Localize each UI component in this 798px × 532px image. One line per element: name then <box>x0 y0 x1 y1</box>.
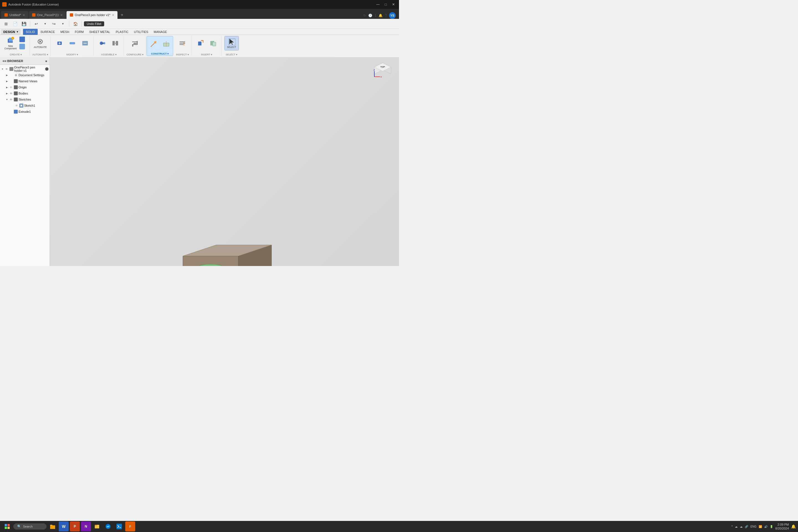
undo-button[interactable]: ↩ <box>33 20 40 28</box>
ribbon-tab-plastic[interactable]: PLASTIC <box>113 29 131 35</box>
tree-root-item[interactable]: ▼ 👁 OnePiece3 pen holder v1 <box>0 66 50 72</box>
select-label: SELECT <box>227 46 236 49</box>
inspect-items <box>176 36 188 53</box>
construct-icon1 <box>150 40 157 48</box>
modify-icon3 <box>81 39 89 47</box>
tree-item-sketch1[interactable]: 👁 Sketch1 <box>0 102 50 109</box>
modify-button2[interactable] <box>66 36 78 51</box>
ribbon-tab-surface[interactable]: SURFACE <box>38 29 58 35</box>
redo-button[interactable]: ↪ <box>50 20 58 28</box>
tab-close-active[interactable]: ✕ <box>112 14 114 17</box>
tree-item-origin[interactable]: ▶ 👁 Origin <box>0 84 50 90</box>
inspect-button1[interactable] <box>176 36 188 51</box>
ribbon-tab-solid[interactable]: SOLID <box>23 29 38 35</box>
new-file-button[interactable]: 📄 <box>11 20 19 28</box>
tab-one-piece[interactable]: One_Piece0*(1) ✕ <box>29 11 66 19</box>
svg-rect-26 <box>179 44 184 45</box>
assemble-icon1 <box>99 39 107 47</box>
user-avatar[interactable]: YS <box>389 12 396 19</box>
doc-settings-label: Document Settings <box>19 73 50 77</box>
select-items: SELECT <box>225 36 239 53</box>
redo-dropdown[interactable]: ▼ <box>59 20 67 28</box>
tree-item-sketches[interactable]: ▼ 👁 Sketches <box>0 96 50 102</box>
root-expander[interactable]: ▼ <box>1 68 4 70</box>
ribbon-tab-mesh[interactable]: MESH <box>58 29 72 35</box>
tab-untitled[interactable]: Untitled* ✕ <box>1 11 28 19</box>
modify-button1[interactable] <box>54 36 66 51</box>
bodies-expander[interactable]: ▶ <box>5 92 8 95</box>
ribbon-group-modify: MODIFY ▾ <box>51 36 94 56</box>
ribbon-tab-form[interactable]: FORM <box>72 29 87 35</box>
create-extrude-button[interactable] <box>17 36 27 43</box>
insert-button1[interactable] <box>194 36 206 51</box>
origin-expander[interactable]: ▶ <box>5 86 8 89</box>
browser-collapse-button[interactable]: ● <box>45 59 48 63</box>
modify-button3[interactable] <box>79 36 91 51</box>
svg-rect-28 <box>198 41 202 45</box>
sketches-expander[interactable]: ▼ <box>5 98 8 101</box>
design-mode-button[interactable]: DESIGN ▼ <box>1 29 21 35</box>
ribbon-group-insert: INSERT ▾ <box>192 36 222 56</box>
tree-item-doc-settings[interactable]: ▶ ⚙ Document Settings <box>0 72 50 78</box>
tab-icon-active <box>70 13 73 17</box>
construct-button2[interactable] <box>160 37 172 51</box>
ribbon-tab-manage[interactable]: MANAGE <box>151 29 170 35</box>
origin-eye[interactable]: 👁 <box>9 86 13 89</box>
close-button[interactable]: ✕ <box>390 1 397 8</box>
save-button[interactable]: 💾 <box>20 20 28 28</box>
modify-items <box>54 36 91 53</box>
configure-icon <box>131 39 139 47</box>
svg-rect-25 <box>179 43 185 43</box>
browser-header: ◀◀ BROWSER ● <box>0 57 50 65</box>
maximize-button[interactable]: □ <box>382 1 389 8</box>
ribbon-tab-utilities[interactable]: UTILITIES <box>131 29 151 35</box>
tab-label-untitled: Untitled* <box>10 13 21 17</box>
ribbon-tab-strip: DESIGN ▼ SOLID SURFACE MESH FORM SHEET M… <box>0 29 399 35</box>
insert-button2[interactable] <box>207 36 219 51</box>
construct-button1[interactable] <box>147 37 159 51</box>
create-small-buttons <box>17 36 27 50</box>
tree-item-named-views[interactable]: ▶ Named Views <box>0 78 50 84</box>
refresh-icon[interactable]: ↻ <box>363 14 366 17</box>
select-button[interactable]: SELECT <box>225 36 239 51</box>
assemble-icon2 <box>111 39 119 47</box>
root-eye-icon[interactable]: 👁 <box>5 67 8 71</box>
svg-rect-30 <box>212 42 216 46</box>
tab-active[interactable]: OnePiece3 pen holder v1* ✕ <box>66 11 117 19</box>
minimize-button[interactable]: — <box>375 1 381 8</box>
home-button[interactable]: 🏠 <box>72 20 79 28</box>
tree-item-bodies[interactable]: ▶ 👁 Bodies <box>0 90 50 96</box>
assemble-items <box>96 36 121 53</box>
tree-item-extrude1[interactable]: Extrude1 <box>0 109 50 115</box>
bodies-eye[interactable]: 👁 <box>9 92 13 95</box>
undo-dropdown[interactable]: ▼ <box>41 20 49 28</box>
sketches-eye[interactable]: 👁 <box>9 97 13 101</box>
tab-close-untitled[interactable]: ✕ <box>23 14 25 17</box>
sketch1-eye[interactable]: 👁 <box>15 103 19 108</box>
tab-add-button[interactable]: + <box>118 11 126 19</box>
grid-menu-button[interactable]: ⊞ <box>2 20 10 28</box>
sketch1-expander <box>11 104 14 107</box>
doc-settings-expander[interactable]: ▶ <box>5 74 8 76</box>
bell-icon[interactable]: 🔔 <box>379 14 383 17</box>
automate-button[interactable]: AUTOMATE <box>34 36 46 51</box>
create-body-button[interactable]: + NewComponent <box>4 36 17 51</box>
viewcube[interactable]: TOP X Z <box>373 61 392 81</box>
svg-rect-19 <box>137 41 138 45</box>
viewport[interactable]: TOP X Z <box>50 57 399 266</box>
browser-back-button[interactable]: ◀◀ <box>2 60 6 62</box>
assemble-button2[interactable] <box>109 36 121 51</box>
ribbon-tab-sheet-metal[interactable]: SHEET METAL <box>87 29 113 35</box>
design-dropdown[interactable]: ▼ <box>16 31 19 33</box>
inspect-label: INSPECT ▾ <box>176 53 189 56</box>
create-revolve-button[interactable] <box>17 43 27 50</box>
named-views-expander[interactable]: ▶ <box>5 80 8 82</box>
separator3 <box>81 21 82 26</box>
assemble-button1[interactable] <box>96 36 109 51</box>
svg-text:+: + <box>12 37 13 39</box>
tab-close-one-piece[interactable]: ✕ <box>60 14 63 17</box>
svg-rect-17 <box>132 45 133 46</box>
doc-settings-icon: ⚙ <box>14 73 18 77</box>
configure-button[interactable] <box>129 36 141 51</box>
question-icon[interactable]: ? <box>385 14 387 17</box>
